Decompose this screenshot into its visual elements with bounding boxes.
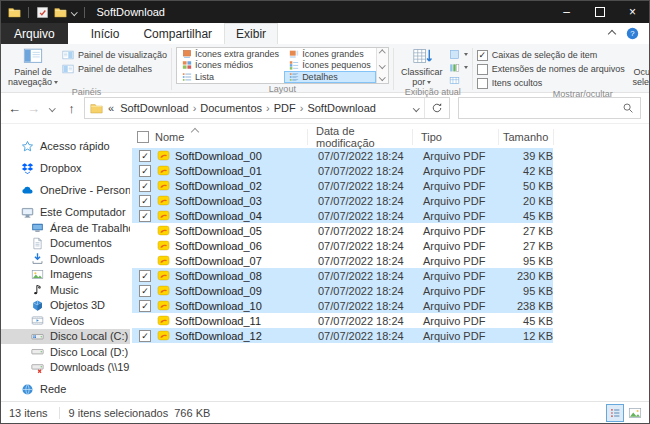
file-row[interactable]: ✓SoftDownload_0807/07/2022 18:24Arquivo … (132, 268, 553, 283)
row-checkbox[interactable]: ✓ (139, 195, 151, 207)
window-controls: – × (550, 1, 649, 23)
gallery-more-icon[interactable] (379, 74, 385, 80)
download-icon (31, 252, 44, 265)
file-row[interactable]: ✓SoftDownload_0307/07/2022 18:24Arquivo … (132, 193, 553, 208)
preview-pane-button[interactable]: Painel de visualização (62, 49, 167, 61)
preview-pane-icon (62, 49, 74, 61)
pdf-file-icon (157, 299, 170, 312)
address-box[interactable]: «SoftDownload›Documentos›PDF›SoftDownloa… (84, 97, 450, 119)
forward-button[interactable]: → (24, 101, 43, 116)
row-checkbox[interactable]: ✓ (139, 180, 151, 192)
details-pane-button[interactable]: Painel de detalhes (62, 63, 167, 75)
row-checkbox[interactable]: ✓ (139, 285, 151, 297)
column-header-nome[interactable]: Nome (130, 129, 308, 145)
breadcrumb-segment[interactable]: SoftDownload (304, 102, 379, 114)
file-row[interactable]: ✓SoftDownload_0107/07/2022 18:24Arquivo … (132, 163, 553, 178)
select-all-checkbox[interactable] (137, 131, 149, 143)
row-checkbox[interactable]: ✓ (139, 210, 151, 222)
checkbox-extens-es-de-nomes-de-arquivos[interactable]: Extensões de nomes de arquivos (477, 63, 625, 75)
showhide-checkboxes: ✓Caixas de seleção de itemExtensões de n… (477, 49, 625, 89)
sidebar-item-rede[interactable]: Rede (1, 381, 130, 397)
nav-pane-button[interactable]: Painel de navegação (6, 46, 60, 87)
layout-option-cones-m-dios[interactable]: Ícones médios (177, 60, 284, 72)
checkbox-itens-ocultos[interactable]: Itens ocultos (477, 77, 625, 89)
disk-icon (31, 345, 44, 358)
sidebar-item-disco-local-c[interactable]: Disco Local (C:) (1, 329, 130, 345)
breadcrumb-segment[interactable]: Documentos (197, 102, 265, 114)
help-icon[interactable]: ? (626, 27, 639, 40)
size-all-columns-button[interactable] (449, 75, 468, 86)
recent-locations-button[interactable] (43, 106, 62, 111)
hide-selected-items-button[interactable]: Ocultar itens selecionados (629, 46, 650, 87)
sidebar-item-disco-local-d[interactable]: Disco Local (D:) (1, 344, 130, 360)
group-by-button[interactable] (449, 49, 468, 60)
row-checkbox[interactable]: ✓ (139, 150, 151, 162)
search-input[interactable] (465, 101, 622, 115)
file-row[interactable]: ✓SoftDownload_0407/07/2022 18:24Arquivo … (132, 208, 553, 223)
search-box[interactable] (458, 97, 641, 119)
sidebar-item-este-computador[interactable]: Este Computador (1, 204, 130, 220)
layout-option-cones-extra-grandes[interactable]: Ícones extra grandes (177, 48, 284, 60)
file-row[interactable]: SoftDownload_0707/07/2022 18:24Arquivo P… (132, 253, 553, 268)
pdf-file-icon (157, 254, 170, 267)
collapse-ribbon-icon[interactable] (608, 29, 616, 37)
details-view-button[interactable] (607, 405, 623, 421)
address-dropdown-button[interactable] (408, 106, 424, 111)
layout-option-lista[interactable]: Lista (177, 71, 284, 83)
row-checkbox[interactable]: ✓ (139, 300, 151, 312)
sidebar-item-documentos[interactable]: Documentos (1, 236, 130, 252)
maximize-button[interactable] (583, 1, 616, 23)
back-button[interactable]: ← (5, 101, 24, 116)
gallery-scroll-up-icon[interactable] (379, 50, 385, 56)
sidebar-item-rea-de-trabalho[interactable]: Área de Trabalho (1, 220, 130, 236)
qat-new-folder-button[interactable] (54, 6, 67, 19)
qat-customize-button[interactable] (72, 10, 77, 15)
layout-option-cones-grandes[interactable]: Ícones grandes (284, 48, 376, 60)
breadcrumb-segment[interactable]: PDF (271, 102, 299, 114)
tab-inicio[interactable]: Início (79, 23, 132, 44)
file-row[interactable]: ✓SoftDownload_1007/07/2022 18:24Arquivo … (132, 298, 553, 313)
file-row[interactable]: ✓SoftDownload_1207/07/2022 18:24Arquivo … (132, 328, 553, 343)
gallery-scroll-down-icon[interactable] (379, 62, 385, 68)
qat-properties-button[interactable] (36, 6, 49, 19)
minimize-button[interactable]: – (550, 1, 583, 23)
add-columns-button[interactable] (449, 62, 468, 73)
layout-option-detalhes[interactable]: Detalhes (284, 71, 376, 83)
layout-option-cones-pequenos[interactable]: Ícones pequenos (284, 60, 376, 72)
breadcrumb-segment[interactable]: SoftDownload (117, 102, 192, 114)
file-row[interactable]: ✓SoftDownload_0207/07/2022 18:24Arquivo … (132, 178, 553, 193)
close-button[interactable]: × (616, 1, 649, 23)
file-row[interactable]: ✓SoftDownload_0007/07/2022 18:24Arquivo … (132, 148, 553, 163)
sidebar-item-music[interactable]: Music (1, 282, 130, 298)
checkbox-caixas-de-sele-o-de-item[interactable]: ✓Caixas de seleção de item (477, 49, 625, 61)
sidebar-item-v-deos[interactable]: Vídeos (1, 313, 130, 329)
file-row[interactable]: SoftDownload_0607/07/2022 18:24Arquivo P… (132, 238, 553, 253)
column-header-data-de-modificacao[interactable]: Data de modificação (308, 129, 413, 145)
tab-compartilhar[interactable]: Compartilhar (131, 23, 224, 44)
sidebar-item-downloads[interactable]: Downloads (1, 251, 130, 267)
thumbnails-view-button[interactable] (627, 405, 643, 421)
tab-arquivo[interactable]: Arquivo (1, 23, 68, 44)
ribbon-group-paineis: Painel de navegação Painel de visualizaç… (3, 46, 170, 92)
sort-by-button[interactable]: Classificar por (398, 46, 446, 87)
row-checkbox[interactable]: ✓ (139, 330, 151, 342)
sidebar-item-acesso-r-pido[interactable]: Acesso rápido (1, 138, 130, 154)
sidebar-item-dropbox[interactable]: Dropbox (1, 160, 130, 176)
file-row[interactable]: ✓SoftDownload_0907/07/2022 18:24Arquivo … (132, 283, 553, 298)
column-header-tamanho[interactable]: Tamanho (499, 129, 554, 145)
tab-exibir[interactable]: Exibir (224, 23, 278, 44)
row-checkbox[interactable]: ✓ (139, 165, 151, 177)
sidebar-item-onedrive-personal[interactable]: OneDrive - Personal (1, 182, 130, 198)
up-button[interactable]: ↑ (62, 101, 81, 116)
dropdown-arrow-icon (464, 66, 468, 69)
file-row[interactable]: SoftDownload_0507/07/2022 18:24Arquivo P… (132, 223, 553, 238)
breadcrumb-collapsed-prefix[interactable]: « (105, 102, 117, 114)
sidebar-item-downloads-192-168-1-2[interactable]: Downloads (\\192.168.1.2 (1, 360, 130, 376)
column-header-tipo[interactable]: Tipo (413, 129, 499, 145)
file-row[interactable]: SoftDownload_1107/07/2022 18:24Arquivo P… (132, 313, 553, 328)
sidebar-item-imagens[interactable]: Imagens (1, 267, 130, 283)
layout-gallery-scrollbar[interactable] (376, 48, 388, 83)
refresh-button[interactable] (424, 98, 449, 118)
row-checkbox[interactable]: ✓ (139, 270, 151, 282)
sidebar-item-objetos-3d[interactable]: Objetos 3D (1, 298, 130, 314)
